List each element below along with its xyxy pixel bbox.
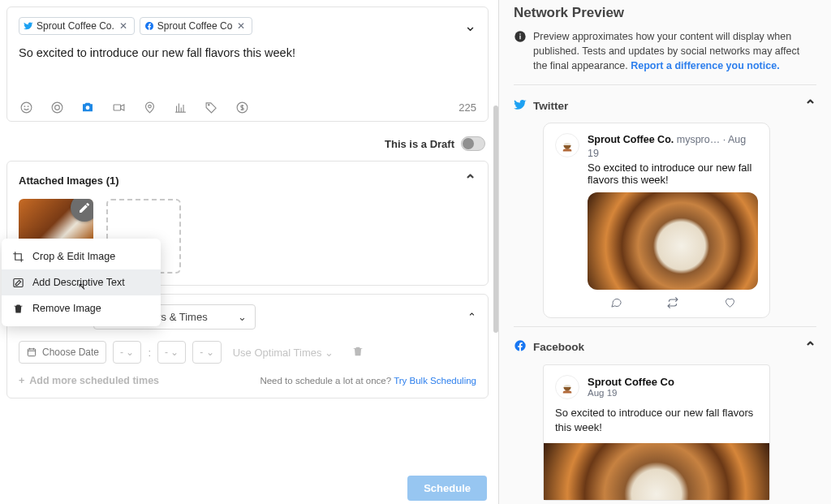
collapse-icon[interactable]: ⌃ <box>467 311 476 323</box>
dollar-icon[interactable] <box>235 100 249 114</box>
twitter-icon <box>514 98 527 114</box>
svg-point-7 <box>148 105 151 108</box>
emoji-icon[interactable] <box>19 100 33 114</box>
choose-date-label: Choose Date <box>42 347 99 358</box>
svg-point-14 <box>519 33 521 35</box>
edit-image-button[interactable] <box>71 199 93 222</box>
cursor-icon: ↖ <box>78 281 86 292</box>
composer-card: Sprout Coffee Co. ✕ Sprout Coffee Co ✕ ⌄… <box>6 6 489 122</box>
optimal-times-button[interactable]: Use Optimal Times ⌄ <box>233 347 334 359</box>
char-count: 225 <box>459 101 476 114</box>
account-pill-label: Sprout Coffee Co <box>157 20 233 32</box>
trash-icon <box>11 302 24 315</box>
remove-account-icon[interactable]: ✕ <box>118 20 129 32</box>
svg-rect-11 <box>13 278 22 286</box>
bulk-scheduling-link[interactable]: Try Bulk Scheduling <box>394 376 476 386</box>
add-more-times-button[interactable]: + Add more scheduled times <box>19 375 159 386</box>
collapse-icon[interactable]: ⌃ <box>804 338 816 356</box>
remove-account-icon[interactable]: ✕ <box>235 20 247 32</box>
add-descriptive-text-item[interactable]: Add Descriptive Text ↖ <box>2 269 161 295</box>
avatar <box>555 375 579 399</box>
account-pills-row: Sprout Coffee Co. ✕ Sprout Coffee Co ✕ ⌄ <box>19 17 476 35</box>
draft-row: This is a Draft <box>6 130 489 161</box>
fb-date: Aug 19 <box>588 388 674 398</box>
accounts-dropdown-icon[interactable]: ⌄ <box>464 17 476 35</box>
target-icon[interactable] <box>50 100 64 114</box>
facebook-preview-card: Sprout Coffee Co Aug 19 So excited to in… <box>543 364 770 501</box>
svg-rect-10 <box>28 349 35 356</box>
ampm-select[interactable]: - ⌄ <box>192 341 221 364</box>
image-context-menu: Crop & Edit Image Add Descriptive Text ↖… <box>2 239 161 326</box>
svg-point-8 <box>208 104 209 105</box>
tw-preview-image <box>588 192 758 290</box>
avatar <box>555 133 579 157</box>
message-input[interactable]: So excited to introduce our new fall fla… <box>19 45 476 90</box>
composer-toolbar: 225 <box>19 100 476 114</box>
twitter-icon <box>24 21 33 31</box>
tw-author-name: Sprout Coffee Co. <box>588 134 674 145</box>
svg-rect-13 <box>519 36 520 40</box>
reply-icon[interactable] <box>609 296 622 309</box>
svg-point-1 <box>24 106 25 106</box>
facebook-section-header: Facebook ⌃ <box>514 327 816 364</box>
location-icon[interactable] <box>142 100 157 114</box>
draft-toggle[interactable] <box>461 136 485 151</box>
calendar-icon <box>26 347 37 358</box>
facebook-icon <box>144 21 154 31</box>
svg-point-5 <box>86 106 90 110</box>
facebook-icon <box>514 339 527 355</box>
network-preview-title: Network Preview <box>514 0 816 29</box>
attached-images-header: Attached Images (1) <box>19 174 119 187</box>
tw-author-handle: myspro… <box>677 134 720 145</box>
info-icon <box>514 30 527 43</box>
svg-rect-6 <box>114 104 121 110</box>
library-icon[interactable] <box>173 100 187 114</box>
crop-edit-image-item[interactable]: Crop & Edit Image <box>2 243 161 269</box>
plus-icon: + <box>19 375 24 386</box>
pencil-icon <box>78 201 91 214</box>
account-pill-twitter[interactable]: Sprout Coffee Co. ✕ <box>19 17 135 35</box>
tag-icon[interactable] <box>204 100 218 114</box>
chevron-down-icon: ⌄ <box>238 311 247 323</box>
video-icon[interactable] <box>111 100 126 114</box>
tw-body: So excited to introduce our new fall fla… <box>588 162 758 186</box>
hour-select[interactable]: - ⌄ <box>113 341 141 364</box>
crop-icon <box>11 250 24 263</box>
svg-point-2 <box>28 106 28 106</box>
twitter-preview-card: Sprout Coffee Co. myspro… · Aug 19 So ex… <box>543 123 770 318</box>
draft-label: This is a Draft <box>385 138 454 150</box>
svg-point-3 <box>52 102 62 113</box>
schedule-button[interactable]: Schedule <box>407 476 487 501</box>
svg-point-4 <box>54 105 59 110</box>
remove-image-item[interactable]: Remove Image <box>2 295 161 321</box>
account-pill-label: Sprout Coffee Co. <box>37 20 114 32</box>
fb-preview-image <box>544 443 769 500</box>
twitter-section-header: Twitter ⌃ <box>514 85 816 123</box>
fb-author-name: Sprout Coffee Co <box>588 376 674 388</box>
minute-select[interactable]: - ⌄ <box>157 341 186 364</box>
camera-icon[interactable] <box>80 100 95 114</box>
collapse-icon[interactable]: ⌃ <box>804 97 816 114</box>
collapse-icon[interactable]: ⌃ <box>464 171 476 189</box>
scrollbar[interactable] <box>493 0 498 471</box>
choose-date-button[interactable]: Choose Date <box>19 341 106 364</box>
retweet-icon[interactable] <box>666 296 679 309</box>
svg-point-0 <box>21 102 32 113</box>
edit-text-icon <box>11 276 24 289</box>
like-icon[interactable] <box>723 296 736 309</box>
fb-body: So excited to introduce our new fall fla… <box>555 406 758 435</box>
report-difference-link[interactable]: Report a difference you notice. <box>631 60 779 71</box>
bulk-scheduling-hint: Need to schedule a lot at once? Try Bulk… <box>260 376 476 386</box>
account-pill-facebook[interactable]: Sprout Coffee Co ✕ <box>140 17 253 35</box>
network-preview-note: Preview approximates how your content wi… <box>514 29 816 85</box>
trash-icon[interactable] <box>351 345 364 360</box>
